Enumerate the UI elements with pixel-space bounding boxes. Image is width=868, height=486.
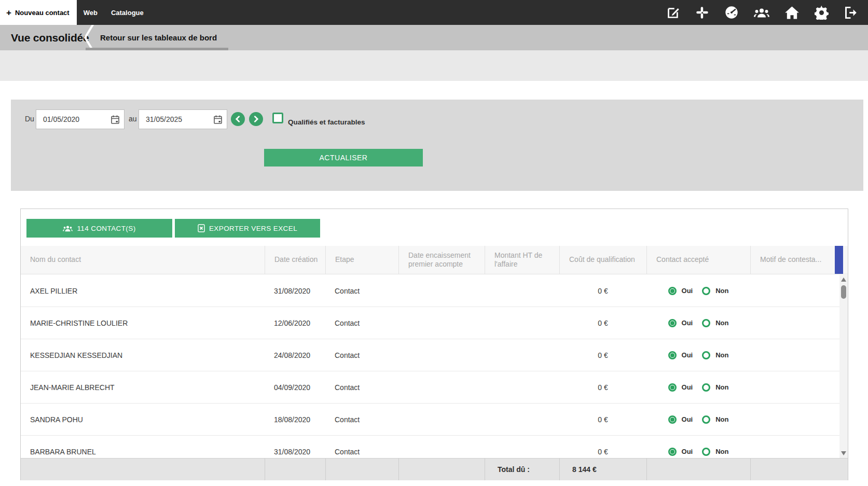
cell-date-creation: 24/08/2020 <box>265 351 325 359</box>
nav-item-catalogue[interactable]: Catalogue <box>104 0 150 25</box>
cell-contact-name: MARIE-CHRISTINE LOULIER <box>21 319 265 327</box>
radio-oui[interactable] <box>668 287 677 295</box>
to-label: au <box>129 115 137 123</box>
radio-non[interactable] <box>702 415 710 424</box>
slack-icon[interactable] <box>695 6 709 20</box>
radio-non-label: Non <box>715 319 728 327</box>
column-header-stage[interactable]: Etape <box>325 246 398 274</box>
cell-contact-name: AXEL PILLIER <box>21 287 265 295</box>
cell-date-creation: 18/08/2020 <box>265 415 325 424</box>
plus-icon: + <box>6 8 11 17</box>
cell-contact-name: BARBARA BRUNEL <box>21 448 265 456</box>
to-date-input[interactable] <box>139 115 214 123</box>
radio-oui-label: Oui <box>682 383 693 391</box>
home-icon[interactable] <box>784 6 800 20</box>
cell-etape: Contact <box>325 287 398 295</box>
navbar-icons <box>666 0 868 25</box>
cell-contact-name: JEAN-MARIE ALBRECHT <box>21 383 265 392</box>
contact-count-button[interactable]: 114 CONTACT(S) <box>26 219 172 238</box>
scroll-up-arrow-icon[interactable] <box>841 277 846 282</box>
radio-non[interactable] <box>702 351 710 359</box>
cell-date-creation: 31/08/2020 <box>265 287 325 295</box>
tabs-bar: Vue consolidée Retour sur les tableaux d… <box>0 25 868 50</box>
cell-date-creation: 04/09/2020 <box>265 383 325 392</box>
radio-oui-label: Oui <box>682 319 693 327</box>
radio-non[interactable] <box>702 448 710 456</box>
scrollbar-thumb[interactable] <box>841 285 846 299</box>
cell-cout-qualification: 0 € <box>559 383 646 392</box>
contacts-card: 114 CONTACT(S) EXPORTER VERS EXCEL Nom d… <box>20 209 848 480</box>
subheader-band <box>0 50 868 81</box>
cell-contact-name: KESSEDJIAN KESSEDJIAN <box>21 351 265 359</box>
cell-contact-name: SANDRA POHU <box>21 415 265 424</box>
table-row[interactable]: KESSEDJIAN KESSEDJIAN 24/08/2020 Contact… <box>21 339 848 371</box>
radio-oui[interactable] <box>668 448 677 456</box>
column-header-accepted[interactable]: Contact accepté <box>646 246 750 274</box>
scrollbar-header-block <box>835 246 843 274</box>
radio-oui[interactable] <box>668 351 677 359</box>
radio-non[interactable] <box>702 319 710 327</box>
refresh-button[interactable]: ACTUALISER <box>264 149 423 166</box>
cell-cout-qualification: 0 € <box>559 319 646 327</box>
column-header-payment[interactable]: Date encaissement premier acompte <box>398 246 485 274</box>
column-header-name[interactable]: Nom du contact <box>21 246 265 274</box>
radio-non-label: Non <box>715 415 728 423</box>
next-period-button[interactable] <box>249 112 263 126</box>
calendar-icon[interactable] <box>214 115 222 124</box>
radio-oui-label: Oui <box>682 415 693 423</box>
cell-contact-accepte: Oui Non <box>646 415 750 424</box>
cell-etape: Contact <box>325 319 398 327</box>
qualified-checkbox[interactable] <box>272 113 283 123</box>
table-row[interactable]: MARIE-CHRISTINE LOULIER 12/06/2020 Conta… <box>21 307 848 339</box>
radio-oui[interactable] <box>668 415 677 424</box>
users-icon <box>63 225 73 232</box>
previous-period-button[interactable] <box>231 112 245 126</box>
cell-cout-qualification: 0 € <box>559 415 646 424</box>
total-due-value: 8 144 € <box>559 459 646 480</box>
radio-non[interactable] <box>702 287 710 295</box>
scroll-down-arrow-icon[interactable] <box>841 451 846 455</box>
table-row[interactable]: SANDRA POHU 18/08/2020 Contact 0 € Oui N… <box>21 404 848 436</box>
arrow-right-icon <box>253 116 259 122</box>
cell-contact-accepte: Oui Non <box>646 319 750 327</box>
tab-retour-tableaux[interactable]: Retour sur les tableaux de bord <box>100 25 217 50</box>
cell-etape: Contact <box>325 351 398 359</box>
table-row[interactable]: BARBARA BRUNEL 31/08/2020 Contact 0 € Ou… <box>21 436 848 458</box>
cell-cout-qualification: 0 € <box>559 351 646 359</box>
cell-contact-accepte: Oui Non <box>646 448 750 456</box>
radio-oui-label: Oui <box>682 448 693 455</box>
new-contact-button[interactable]: + Nouveau contact <box>0 0 77 25</box>
radio-oui-label: Oui <box>682 287 693 295</box>
radio-non-label: Non <box>715 448 728 455</box>
export-excel-button[interactable]: EXPORTER VERS EXCEL <box>175 219 320 238</box>
table-body: AXEL PILLIER 31/08/2020 Contact 0 € Oui … <box>21 275 848 458</box>
radio-oui[interactable] <box>668 383 677 392</box>
excel-file-icon <box>198 224 205 232</box>
cell-contact-accepte: Oui Non <box>646 351 750 359</box>
arrow-left-icon <box>235 116 241 122</box>
column-header-motif[interactable]: Motif de contesta... <box>750 246 835 274</box>
logout-icon[interactable] <box>844 6 858 20</box>
settings-icon[interactable] <box>815 6 829 20</box>
column-header-cost[interactable]: Coût de qualification <box>559 246 646 274</box>
qualified-checkbox-label: Qualifiés et facturables <box>288 118 365 126</box>
radio-oui[interactable] <box>668 319 677 327</box>
table-footer: Total dû : 8 144 € <box>21 458 848 480</box>
radio-non[interactable] <box>702 383 710 392</box>
from-date-input[interactable] <box>36 115 111 123</box>
table-row[interactable]: JEAN-MARIE ALBRECHT 04/09/2020 Contact 0… <box>21 371 848 404</box>
table-row[interactable]: AXEL PILLIER 31/08/2020 Contact 0 € Oui … <box>21 275 848 307</box>
edit-icon[interactable] <box>666 6 680 20</box>
cell-contact-accepte: Oui Non <box>646 383 750 392</box>
nav-item-web[interactable]: Web <box>77 0 104 25</box>
tab-vue-consolidee[interactable]: Vue consolidée <box>11 25 89 50</box>
users-icon[interactable] <box>754 6 769 20</box>
total-due-label: Total dû : <box>485 459 559 480</box>
dashboard-icon[interactable] <box>724 5 739 20</box>
column-header-amount[interactable]: Montant HT de l'affaire <box>485 246 559 274</box>
radio-oui-label: Oui <box>682 351 693 359</box>
calendar-icon[interactable] <box>111 115 119 124</box>
vertical-scrollbar[interactable] <box>839 275 848 458</box>
column-header-created[interactable]: Date création <box>265 246 325 274</box>
from-label: Du <box>25 115 34 123</box>
